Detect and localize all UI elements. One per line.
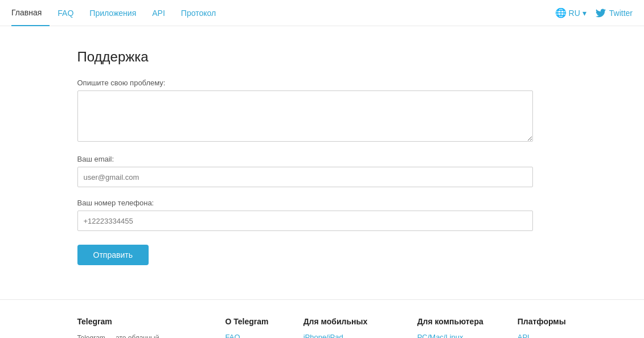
globe-icon: 🌐 [555, 7, 567, 18]
footer-link-iphone[interactable]: iPhone/iPad [303, 333, 383, 338]
footer-col-desktop: Для компьютера PC/Mac/Linux macOS Веб-ве… [417, 317, 483, 338]
footer-divider [0, 299, 644, 300]
nav-item-home[interactable]: Главная [11, 0, 50, 26]
problem-group: Опишите свою проблему: [77, 79, 567, 143]
nav-links: Главная FAQ Приложения API Протокол [11, 0, 555, 26]
nav-item-apps[interactable]: Приложения [81, 0, 144, 26]
nav-item-faq[interactable]: FAQ [50, 0, 81, 26]
nav-right: 🌐 RU ▾ Twitter [555, 7, 633, 18]
phone-group: Ваш номер телефона: [77, 199, 567, 231]
twitter-link[interactable]: Twitter [596, 8, 633, 18]
page-title: Поддержка [77, 49, 567, 65]
nav-item-protocol[interactable]: Протокол [173, 0, 224, 26]
problem-textarea[interactable] [77, 90, 533, 142]
footer-col-title-3: Платформы [518, 317, 566, 326]
email-label: Ваш email: [77, 155, 567, 163]
navbar: Главная FAQ Приложения API Протокол 🌐 RU… [0, 0, 644, 26]
twitter-label: Twitter [609, 9, 633, 18]
footer: Telegram Telegram — это облачный мессенд… [66, 317, 579, 338]
footer-col-title-2: Для компьютера [417, 317, 483, 326]
phone-input[interactable] [77, 211, 533, 231]
footer-col-title-1: Для мобильных [303, 317, 383, 326]
footer-about-title: Telegram [77, 317, 191, 326]
lang-selector[interactable]: 🌐 RU ▾ [555, 7, 586, 18]
footer-about: Telegram Telegram — это облачный мессенд… [77, 317, 191, 338]
footer-link-api[interactable]: API [518, 333, 566, 338]
twitter-icon [596, 8, 606, 18]
submit-button[interactable]: Отправить [77, 245, 149, 265]
phone-label: Ваш номер телефона: [77, 199, 567, 207]
email-group: Ваш email: [77, 155, 567, 187]
lang-label: RU [569, 9, 580, 18]
problem-label: Опишите свою проблему: [77, 79, 567, 87]
chevron-down-icon: ▾ [583, 9, 586, 18]
footer-link-faq[interactable]: FAQ [225, 333, 269, 338]
footer-col-platforms: Платформы API Переводы Instant View [518, 317, 566, 338]
email-input[interactable] [77, 167, 533, 187]
footer-link-pc[interactable]: PC/Mac/Linux [417, 333, 483, 338]
main-content: Поддержка Опишите свою проблему: Ваш ema… [66, 26, 579, 299]
footer-col-mobile: Для мобильных iPhone/iPad Android Мобиль… [303, 317, 383, 338]
footer-col-title-0: О Telegram [225, 317, 269, 326]
footer-col-about-telegram: О Telegram FAQ Приватность Для СМИ [225, 317, 269, 338]
footer-about-text: Telegram — это облачный мессенджер для м… [77, 333, 191, 338]
nav-item-api[interactable]: API [144, 0, 173, 26]
